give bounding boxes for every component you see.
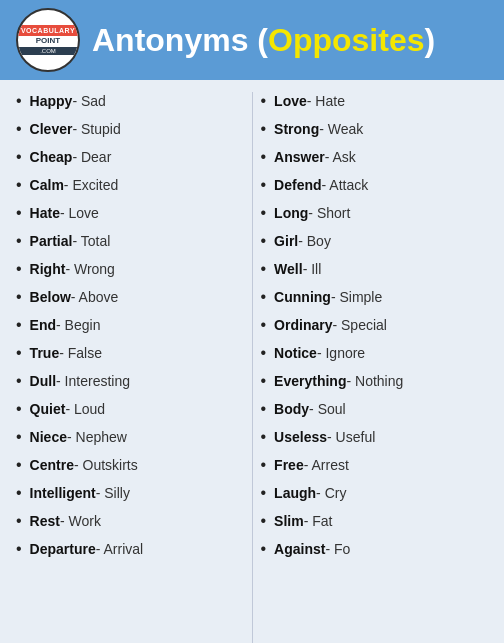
list-item: Partial - Total: [16, 232, 244, 250]
header: VOCABULARY POINT .COM Antonyms (Opposite…: [0, 0, 504, 80]
word-rest: - Silly: [96, 485, 130, 501]
word-bold: Notice: [274, 345, 317, 361]
right-column: Love - HateStrong - WeakAnswer - AskDefe…: [253, 92, 497, 643]
list-item: Clever - Stupid: [16, 120, 244, 138]
word-rest: - Weak: [319, 121, 363, 137]
word-bold: Defend: [274, 177, 321, 193]
word-bold: Well: [274, 261, 303, 277]
word-bold: Ordinary: [274, 317, 332, 333]
word-bold: Centre: [30, 457, 74, 473]
list-item: End - Begin: [16, 316, 244, 334]
list-item: Girl - Boy: [261, 232, 489, 250]
word-rest: - Arrival: [96, 541, 143, 557]
word-rest: - Fo: [325, 541, 350, 557]
word-bold: Cheap: [30, 149, 73, 165]
word-bold: Laugh: [274, 485, 316, 501]
word-rest: - Work: [60, 513, 101, 529]
word-rest: - Wrong: [65, 261, 115, 277]
word-bold: Dull: [30, 373, 56, 389]
list-item: Well - Ill: [261, 260, 489, 278]
word-rest: - Interesting: [56, 373, 130, 389]
word-rest: - Boy: [298, 233, 331, 249]
list-item: Centre - Outskirts: [16, 456, 244, 474]
word-bold: Cunning: [274, 289, 331, 305]
word-bold: Happy: [30, 93, 73, 109]
word-rest: - Love: [60, 205, 99, 221]
list-item: True - False: [16, 344, 244, 362]
word-rest: - Outskirts: [74, 457, 138, 473]
list-item: Slim - Fat: [261, 512, 489, 530]
word-rest: - Arrest: [304, 457, 349, 473]
page-title: Antonyms (Opposites): [92, 22, 435, 59]
word-rest: - Sad: [72, 93, 105, 109]
list-item: Rest - Work: [16, 512, 244, 530]
list-item: Against - Fo: [261, 540, 489, 558]
list-item: Below - Above: [16, 288, 244, 306]
word-rest: - Total: [72, 233, 110, 249]
word-bold: Right: [30, 261, 66, 277]
word-rest: - Stupid: [72, 121, 120, 137]
word-rest: - Useful: [327, 429, 375, 445]
word-bold: Partial: [30, 233, 73, 249]
word-bold: Body: [274, 401, 309, 417]
left-column: Happy - SadClever - StupidCheap - DearCa…: [8, 92, 253, 643]
word-bold: Calm: [30, 177, 64, 193]
word-rest: - Ignore: [317, 345, 365, 361]
title-highlight: Opposites: [268, 22, 424, 58]
list-item: Everything - Nothing: [261, 372, 489, 390]
word-rest: - Ask: [325, 149, 356, 165]
word-bold: Departure: [30, 541, 96, 557]
list-item: Strong - Weak: [261, 120, 489, 138]
list-item: Body - Soul: [261, 400, 489, 418]
logo-mid: POINT: [34, 36, 62, 47]
word-bold: Useless: [274, 429, 327, 445]
list-item: Love - Hate: [261, 92, 489, 110]
list-item: Departure - Arrival: [16, 540, 244, 558]
list-item: Happy - Sad: [16, 92, 244, 110]
word-rest: - Attack: [322, 177, 369, 193]
list-item: Cheap - Dear: [16, 148, 244, 166]
list-item: Ordinary - Special: [261, 316, 489, 334]
list-item: Cunning - Simple: [261, 288, 489, 306]
left-list: Happy - SadClever - StupidCheap - DearCa…: [16, 92, 244, 558]
list-item: Right - Wrong: [16, 260, 244, 278]
word-rest: - Nephew: [67, 429, 127, 445]
word-bold: Niece: [30, 429, 67, 445]
word-rest: - Short: [308, 205, 350, 221]
word-bold: Against: [274, 541, 325, 557]
word-bold: Rest: [30, 513, 60, 529]
word-rest: - Loud: [65, 401, 105, 417]
word-bold: Long: [274, 205, 308, 221]
list-item: Intelligent - Silly: [16, 484, 244, 502]
word-bold: Love: [274, 93, 307, 109]
list-item: Niece - Nephew: [16, 428, 244, 446]
word-bold: Below: [30, 289, 71, 305]
list-item: Long - Short: [261, 204, 489, 222]
word-rest: - Simple: [331, 289, 382, 305]
word-rest: - Hate: [307, 93, 345, 109]
list-item: Hate - Love: [16, 204, 244, 222]
word-rest: - Special: [332, 317, 386, 333]
word-bold: End: [30, 317, 56, 333]
list-item: Notice - Ignore: [261, 344, 489, 362]
word-rest: - False: [59, 345, 102, 361]
word-bold: Slim: [274, 513, 304, 529]
word-bold: True: [30, 345, 60, 361]
list-item: Answer - Ask: [261, 148, 489, 166]
word-bold: Free: [274, 457, 304, 473]
list-item: Defend - Attack: [261, 176, 489, 194]
word-bold: Girl: [274, 233, 298, 249]
word-rest: - Begin: [56, 317, 100, 333]
word-rest: - Cry: [316, 485, 346, 501]
right-list: Love - HateStrong - WeakAnswer - AskDefe…: [261, 92, 489, 558]
list-item: Quiet - Loud: [16, 400, 244, 418]
word-bold: Answer: [274, 149, 325, 165]
logo-top: VOCABULARY: [18, 25, 78, 36]
list-item: Laugh - Cry: [261, 484, 489, 502]
word-rest: - Soul: [309, 401, 346, 417]
word-rest: - Above: [71, 289, 118, 305]
word-bold: Quiet: [30, 401, 66, 417]
word-rest: - Fat: [304, 513, 333, 529]
list-item: Calm - Excited: [16, 176, 244, 194]
list-item: Useless - Useful: [261, 428, 489, 446]
